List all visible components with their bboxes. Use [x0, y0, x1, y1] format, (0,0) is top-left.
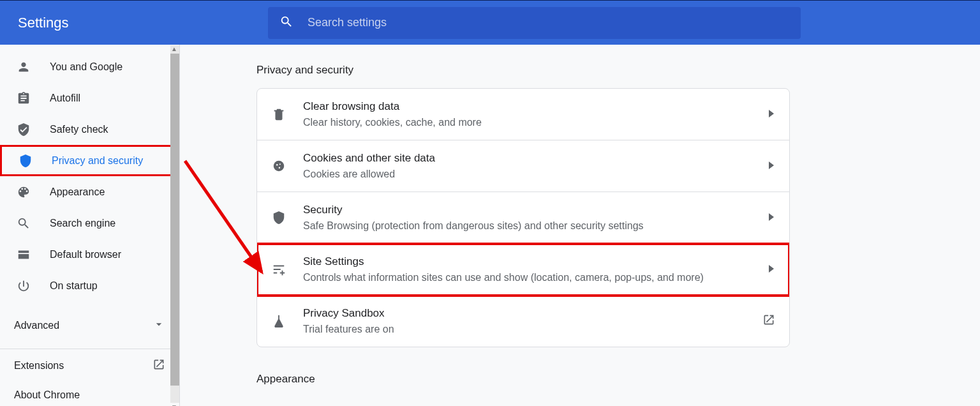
privacy-card: Clear browsing data Clear history, cooki… — [256, 88, 790, 347]
row-title: Clear browsing data — [303, 99, 752, 114]
sidebar-item-label: Safety check — [50, 124, 108, 135]
row-subtitle: Trial features are on — [303, 322, 746, 336]
power-icon — [17, 279, 31, 293]
sidebar-item-privacy-and-security[interactable]: Privacy and security — [0, 145, 179, 176]
sidebar-item-label: Autofill — [50, 93, 80, 104]
row-subtitle: Cookies are allowed — [303, 167, 752, 181]
sidebar-item-you-and-google[interactable]: You and Google — [0, 51, 179, 82]
row-security[interactable]: Security Safe Browsing (protection from … — [257, 192, 789, 244]
chevron-right-icon — [769, 160, 775, 172]
sidebar-item-label: Appearance — [50, 186, 105, 198]
page-title: Settings — [18, 15, 268, 31]
palette-icon — [17, 185, 31, 199]
clipboard-icon — [17, 91, 31, 105]
chevron-right-icon — [769, 212, 775, 223]
sidebar-advanced-label: Advanced — [14, 320, 59, 331]
svg-point-1 — [274, 161, 285, 172]
browser-icon — [17, 248, 31, 262]
sidebar-item-default-browser[interactable]: Default browser — [0, 239, 179, 270]
open-in-new-icon — [762, 313, 775, 329]
sidebar: ▲ ▼ You and Google Autofill Safety check… — [0, 45, 180, 406]
row-title: Cookies and other site data — [303, 151, 752, 166]
chevron-down-icon — [152, 318, 165, 333]
search-input[interactable] — [306, 15, 789, 30]
shield-check-icon — [17, 123, 31, 137]
main-content: Privacy and security Clear browsing data… — [180, 45, 980, 406]
sidebar-item-label: You and Google — [50, 61, 122, 73]
sidebar-item-safety-check[interactable]: Safety check — [0, 114, 179, 145]
sidebar-about-chrome[interactable]: About Chrome — [0, 382, 179, 406]
row-clear-browsing-data[interactable]: Clear browsing data Clear history, cooki… — [257, 89, 789, 140]
sidebar-advanced[interactable]: Advanced — [0, 309, 179, 342]
row-subtitle: Clear history, cookies, cache, and more — [303, 116, 752, 130]
scrollbar-thumb[interactable] — [170, 54, 179, 386]
row-title: Privacy Sandbox — [303, 306, 746, 321]
section-title-appearance: Appearance — [180, 373, 980, 386]
search-box[interactable] — [268, 7, 801, 39]
row-title: Site Settings — [303, 254, 752, 269]
sidebar-about-label: About Chrome — [14, 389, 80, 401]
row-site-settings[interactable]: Site Settings Controls what information … — [257, 244, 789, 296]
sidebar-item-on-startup[interactable]: On startup — [0, 270, 179, 301]
row-title: Security — [303, 202, 752, 218]
svg-line-0 — [185, 161, 262, 272]
chevron-right-icon — [769, 109, 775, 120]
svg-point-4 — [279, 167, 280, 169]
section-title-privacy: Privacy and security — [180, 64, 980, 77]
sidebar-extensions-label: Extensions — [14, 360, 64, 372]
chevron-right-icon — [769, 264, 775, 275]
search-icon — [279, 15, 293, 31]
trash-icon — [271, 107, 286, 121]
person-icon — [17, 60, 31, 74]
row-subtitle: Safe Browsing (protection from dangerous… — [303, 219, 752, 233]
shield-icon — [19, 154, 33, 168]
open-in-new-icon — [152, 358, 165, 373]
row-subtitle: Controls what information sites can use … — [303, 271, 752, 285]
cookie-icon — [271, 159, 286, 173]
sidebar-item-appearance[interactable]: Appearance — [0, 176, 179, 207]
header: Settings — [0, 0, 980, 45]
search-icon — [17, 216, 31, 230]
scroll-up-arrow[interactable]: ▲ — [171, 46, 177, 52]
sidebar-extensions[interactable]: Extensions — [0, 349, 179, 382]
sidebar-item-search-engine[interactable]: Search engine — [0, 207, 179, 239]
row-cookies[interactable]: Cookies and other site data Cookies are … — [257, 140, 789, 192]
sidebar-item-label: Search engine — [50, 218, 115, 229]
sidebar-item-label: On startup — [50, 280, 98, 292]
flask-icon — [271, 314, 286, 328]
svg-point-2 — [276, 164, 278, 166]
sidebar-item-autofill[interactable]: Autofill — [0, 82, 179, 114]
row-privacy-sandbox[interactable]: Privacy Sandbox Trial features are on — [257, 296, 789, 347]
svg-point-3 — [279, 163, 281, 165]
tune-icon — [271, 262, 286, 276]
sidebar-item-label: Privacy and security — [52, 155, 143, 167]
shield-icon — [271, 211, 286, 225]
sidebar-item-label: Default browser — [50, 249, 121, 260]
